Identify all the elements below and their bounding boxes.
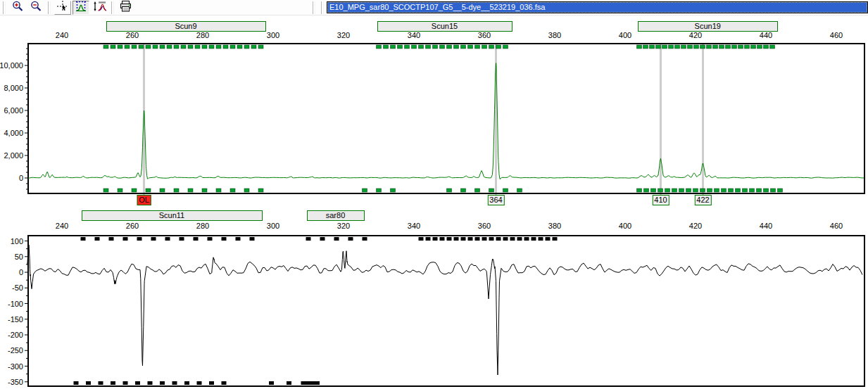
- bin-tick: [194, 237, 199, 241]
- bin-tick: [123, 237, 128, 241]
- print-button[interactable]: [118, 1, 134, 15]
- sample-file-selector[interactable]: E10_MPG_sar80_SCOCTP107_G5__5-dye__52321…: [327, 1, 868, 13]
- analyzed-electropherogram-panel[interactable]: Scun9Scun15Scun1924026028030032034036038…: [0, 20, 868, 208]
- bin-tick: [419, 45, 424, 49]
- bin-tick: [86, 381, 91, 385]
- bin-tick: [135, 381, 140, 385]
- bin-tick: [202, 189, 207, 192]
- bin-tick: [125, 45, 130, 49]
- size-match-peak-icon: [92, 0, 106, 15]
- bin-tick: [103, 45, 108, 49]
- bin-tick: [310, 381, 315, 385]
- bin-tick: [482, 45, 487, 49]
- y-axis-label: -350: [8, 378, 23, 386]
- toolbar-separator: [48, 1, 51, 14]
- peak-label-410[interactable]: 410: [652, 195, 669, 205]
- bin-tick: [440, 45, 445, 49]
- bin-tick: [650, 45, 655, 49]
- bin-tick: [715, 189, 719, 192]
- bin-tick: [475, 189, 480, 192]
- bin-tick: [426, 237, 431, 241]
- bin-tick: [188, 189, 193, 192]
- bin-tick: [644, 189, 649, 192]
- bin-tick: [132, 189, 137, 192]
- bin-tick: [658, 189, 663, 192]
- bin-tick: [433, 237, 438, 241]
- zoom-in-button[interactable]: [9, 1, 26, 15]
- bin-tick: [363, 237, 367, 241]
- bin-tick: [651, 189, 656, 192]
- bin-tick: [216, 45, 221, 49]
- bin-tick: [700, 189, 705, 192]
- raw-residual-trace-plot[interactable]: 100500-50-100-150-200-250-300-350: [0, 208, 868, 389]
- y-axis-label: 2,000: [4, 151, 23, 160]
- genotyping-app-window: { "toolbar": { "filename": "E10_MPG_sar8…: [0, 0, 868, 389]
- y-axis-label: 4,000: [4, 129, 23, 137]
- bin-tick: [447, 189, 452, 192]
- toolbar-separator: [111, 1, 114, 14]
- bin-tick: [771, 189, 776, 192]
- bin-tick: [412, 45, 417, 49]
- select-tool-button[interactable]: [54, 1, 71, 15]
- bin-tick: [109, 237, 114, 241]
- bin-tick: [363, 189, 367, 192]
- bin-tick: [146, 45, 151, 49]
- bin-tick: [503, 45, 508, 49]
- magnifier-plus-icon: [11, 0, 24, 15]
- bin-tick: [306, 381, 310, 385]
- bin-tick: [151, 237, 156, 241]
- bin-tick: [745, 45, 750, 49]
- bin-tick: [103, 189, 108, 192]
- toolbar-separator: [313, 1, 315, 14]
- y-axis-label: -300: [8, 362, 23, 371]
- bin-tick: [167, 45, 172, 49]
- bin-tick: [139, 45, 144, 49]
- bin-tick: [74, 381, 79, 385]
- bin-tick: [237, 45, 242, 49]
- bin-tick: [707, 45, 712, 49]
- raw-residual-panel[interactable]: Scun11sar8024026028030032034036038040042…: [0, 208, 868, 389]
- bin-tick: [230, 189, 235, 192]
- bin-tick: [503, 237, 508, 241]
- zoom-out-button[interactable]: [27, 1, 44, 15]
- bin-tick: [160, 45, 165, 49]
- bin-tick: [230, 45, 235, 49]
- bin-tick: [195, 45, 200, 49]
- bin-tick: [258, 189, 263, 192]
- bin-tick: [524, 237, 529, 241]
- bin-tick: [679, 189, 684, 192]
- bin-tick: [222, 237, 227, 241]
- peak-label-ol[interactable]: OL: [137, 195, 151, 205]
- bin-tick: [510, 237, 515, 241]
- bin-tick: [489, 189, 494, 192]
- bin-tick: [468, 45, 473, 49]
- bin-tick: [377, 189, 382, 192]
- bin-tick: [348, 237, 353, 241]
- bin-tick: [137, 237, 142, 241]
- bin-tick: [174, 45, 179, 49]
- bin-tick: [377, 45, 382, 49]
- bin-tick: [118, 45, 122, 49]
- bin-tick: [165, 237, 170, 241]
- bin-tick: [489, 45, 494, 49]
- peak-label-364[interactable]: 364: [487, 195, 504, 205]
- bin-tick: [722, 189, 727, 192]
- bin-tick: [123, 381, 128, 385]
- size-standard-button[interactable]: [91, 1, 108, 15]
- bin-tick: [153, 45, 158, 49]
- analyzed-trace-plot[interactable]: 02,0004,0006,0008,00010,000: [0, 20, 868, 208]
- bin-tick: [174, 189, 179, 192]
- bin-tick: [662, 45, 667, 49]
- bin-tick: [475, 45, 480, 49]
- bin-tick: [258, 45, 263, 49]
- bin-tick: [764, 189, 769, 192]
- bin-tick: [738, 45, 743, 49]
- bin-tick: [672, 189, 677, 192]
- bin-tick: [405, 45, 410, 49]
- peak-sizing-button[interactable]: [73, 1, 89, 15]
- toolbar-separator: [3, 1, 6, 14]
- bin-tick: [197, 381, 202, 385]
- bin-tick: [719, 45, 724, 49]
- bin-tick: [81, 237, 86, 241]
- peak-label-422[interactable]: 422: [694, 195, 711, 205]
